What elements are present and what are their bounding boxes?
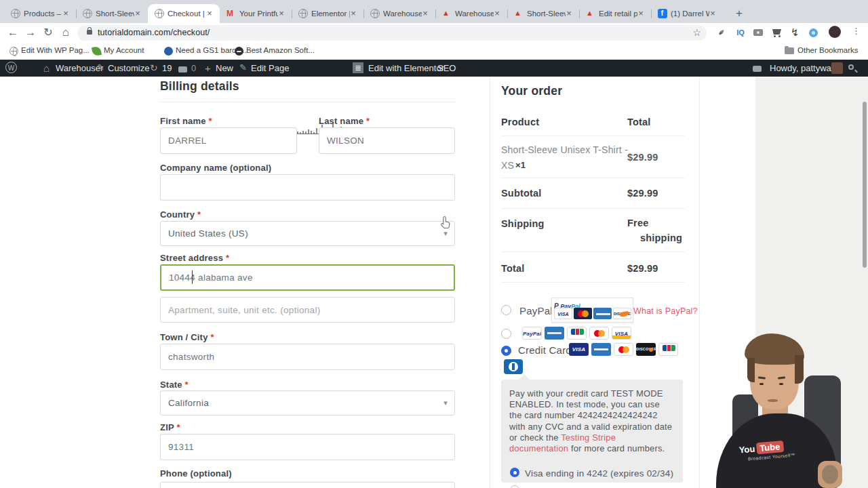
country-select[interactable]: United States (US) xyxy=(160,221,455,246)
new-tab-button[interactable] xyxy=(731,5,747,22)
credit-card-label: Credit Card xyxy=(518,344,572,356)
screenshot-extension-icon[interactable] xyxy=(751,26,765,39)
city-input[interactable] xyxy=(160,344,455,370)
test-mode-notice-text: Pay with your credit card TEST MODE ENAB… xyxy=(509,388,674,454)
address-bar[interactable]: tutorialdomain.com/checkout/ xyxy=(77,25,707,41)
close-tab-icon[interactable] xyxy=(348,8,359,19)
close-tab-icon[interactable] xyxy=(132,8,143,19)
new-content-icon xyxy=(205,62,211,74)
new-payment-radio[interactable] xyxy=(510,485,519,488)
close-tab-icon[interactable] xyxy=(204,8,215,19)
adminbar-howdy[interactable]: Howdy, pattywack xyxy=(770,63,840,73)
close-tab-icon[interactable] xyxy=(635,8,646,19)
bookmark-star-icon[interactable] xyxy=(692,27,701,38)
paypal-radio[interactable] xyxy=(501,305,511,315)
zip-input[interactable] xyxy=(160,434,455,460)
search-icon[interactable] xyxy=(848,64,854,70)
elementor-icon xyxy=(353,62,363,73)
divider xyxy=(501,251,685,252)
tab-short-sleeve[interactable]: Short-Sleeve U xyxy=(76,4,148,23)
adminbar-site-name[interactable]: Warehouser xyxy=(56,63,103,73)
credit-card-radio[interactable] xyxy=(501,346,511,356)
back-icon[interactable] xyxy=(5,25,20,40)
customize-icon xyxy=(97,62,104,73)
lightning-extension-icon[interactable] xyxy=(788,26,802,39)
close-tab-icon[interactable] xyxy=(60,8,71,19)
adminbar-update-count[interactable]: 19 xyxy=(162,63,172,73)
adminbar-edit-page[interactable]: Edit Page xyxy=(251,63,289,73)
tab-edit-retail-price[interactable]: Edit retail price xyxy=(579,4,651,23)
tab-label: Warehouser - P xyxy=(455,9,494,18)
company-input[interactable] xyxy=(160,174,455,201)
jcb-card-icon xyxy=(658,343,678,356)
first-name-input[interactable] xyxy=(160,127,297,154)
close-tab-icon[interactable] xyxy=(420,8,431,19)
globe-favicon xyxy=(155,9,164,18)
tab-label: (1) Darrel Wilso xyxy=(671,9,709,18)
subtotal-value: $29.99 xyxy=(627,188,658,199)
wordpress-logo-icon[interactable] xyxy=(5,62,17,73)
discover-card-icon: DISCOVER xyxy=(636,343,656,356)
bookmark-amazon[interactable]: Best Amazon Soft... xyxy=(246,46,315,57)
scrollbar-thumb[interactable] xyxy=(863,102,867,268)
mastercard-card-icon xyxy=(614,343,633,356)
tab-label: Products – War xyxy=(24,9,62,18)
cart-extension-icon[interactable] xyxy=(770,26,784,39)
tab-gmail[interactable]: Your Printful O xyxy=(220,4,292,23)
tab-facebook[interactable]: (1) Darrel Wilso xyxy=(651,4,723,23)
adminbar-comment-count[interactable]: 0 xyxy=(191,63,196,73)
bookmark-my-account[interactable]: My Account xyxy=(104,46,144,57)
user-avatar[interactable] xyxy=(831,62,843,74)
adminbar-customize[interactable]: Customize xyxy=(108,63,149,73)
adminbar-new[interactable]: New xyxy=(216,63,233,73)
last-name-input[interactable] xyxy=(319,127,455,154)
what-is-paypal-link[interactable]: What is PayPal? xyxy=(633,306,698,316)
apartment-input[interactable] xyxy=(160,297,455,323)
adminbar-seo[interactable]: SEO xyxy=(437,63,456,73)
colorpicker-extension-icon[interactable] xyxy=(715,26,728,39)
hand-cursor xyxy=(439,216,452,229)
globe-favicon xyxy=(83,9,92,18)
tab-products[interactable]: Products – War xyxy=(4,4,76,23)
reload-icon[interactable] xyxy=(41,25,56,40)
close-tab-icon[interactable] xyxy=(707,8,718,19)
tab-label: Short-Sleeve U xyxy=(96,9,134,18)
close-tab-icon[interactable] xyxy=(276,8,287,19)
person-eye xyxy=(779,383,783,385)
saved-card-radio[interactable] xyxy=(510,468,519,477)
facebook-favicon xyxy=(658,9,667,18)
order-item-total: $29.99 xyxy=(627,152,658,163)
close-tab-icon[interactable] xyxy=(564,8,574,19)
paypal-label: PayPal xyxy=(519,305,553,317)
home-icon[interactable] xyxy=(58,25,73,40)
tab-warehouser[interactable]: Warehouser | J xyxy=(363,4,435,23)
tab-short-sleeve-printful[interactable]: Short-Sleeve U xyxy=(507,4,579,23)
helium-extension-icon[interactable] xyxy=(807,26,821,39)
browser-menu-icon[interactable] xyxy=(852,26,861,36)
forward-icon[interactable] xyxy=(23,25,38,40)
other-bookmarks[interactable]: Other Bookmarks xyxy=(797,46,858,57)
state-select[interactable]: California xyxy=(160,390,455,415)
subtotal-label: Subtotal xyxy=(501,188,542,199)
profile-avatar[interactable] xyxy=(829,26,841,38)
url-text[interactable]: tutorialdomain.com/checkout/ xyxy=(98,28,210,37)
street-input[interactable] xyxy=(160,264,455,291)
first-name-label: First name * xyxy=(160,116,212,126)
tab-warehouser-printful[interactable]: Warehouser - P xyxy=(435,4,507,23)
divider xyxy=(501,136,685,136)
phone-input[interactable] xyxy=(160,482,455,488)
globe-bookmark-icon xyxy=(9,47,18,56)
divider xyxy=(501,178,685,178)
express-checkout-radio[interactable] xyxy=(501,329,511,339)
order-item-name-line1: Short-Sleeve Unisex T-Shirt - xyxy=(501,144,628,155)
tab-separator xyxy=(292,9,292,18)
required-mark: * xyxy=(210,332,214,342)
close-tab-icon[interactable] xyxy=(492,8,502,19)
adminbar-elementor[interactable]: Edit with Elementor xyxy=(368,63,444,73)
tab-checkout-active[interactable]: Checkout | War xyxy=(148,4,220,23)
feedback-bubble-icon[interactable] xyxy=(753,66,762,72)
lock-icon[interactable] xyxy=(87,30,92,35)
tab-elementor[interactable]: Elementor | Ho xyxy=(292,4,363,23)
iq-extension-icon[interactable]: IQ xyxy=(734,26,747,39)
bookmark-edit-wp[interactable]: Edit With WP Pag... xyxy=(21,46,90,57)
